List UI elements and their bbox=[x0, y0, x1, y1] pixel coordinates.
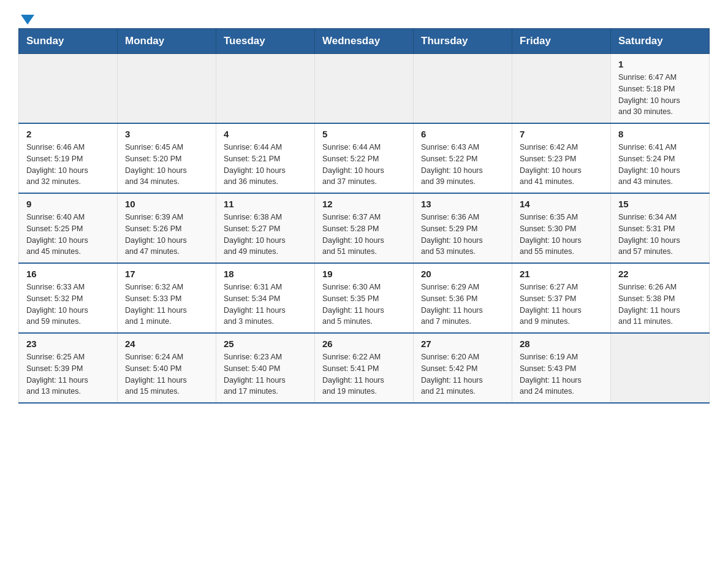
calendar-cell: 2Sunrise: 6:46 AM Sunset: 5:19 PM Daylig… bbox=[19, 123, 118, 193]
day-info: Sunrise: 6:36 AM Sunset: 5:29 PM Dayligh… bbox=[421, 212, 504, 258]
day-number: 22 bbox=[618, 269, 702, 279]
calendar-cell: 4Sunrise: 6:44 AM Sunset: 5:21 PM Daylig… bbox=[216, 123, 315, 193]
calendar-cell: 28Sunrise: 6:19 AM Sunset: 5:43 PM Dayli… bbox=[512, 333, 611, 403]
calendar-cell: 12Sunrise: 6:37 AM Sunset: 5:28 PM Dayli… bbox=[315, 193, 414, 263]
calendar-cell: 18Sunrise: 6:31 AM Sunset: 5:34 PM Dayli… bbox=[216, 263, 315, 333]
day-info: Sunrise: 6:46 AM Sunset: 5:19 PM Dayligh… bbox=[26, 142, 110, 188]
day-info: Sunrise: 6:43 AM Sunset: 5:22 PM Dayligh… bbox=[421, 142, 504, 188]
calendar-cell: 1Sunrise: 6:47 AM Sunset: 5:18 PM Daylig… bbox=[611, 54, 710, 124]
day-number: 27 bbox=[421, 339, 504, 349]
calendar-cell: 17Sunrise: 6:32 AM Sunset: 5:33 PM Dayli… bbox=[118, 263, 216, 333]
day-number: 15 bbox=[618, 199, 702, 209]
day-number: 10 bbox=[125, 199, 208, 209]
day-info: Sunrise: 6:38 AM Sunset: 5:27 PM Dayligh… bbox=[224, 212, 307, 258]
day-number: 18 bbox=[224, 269, 307, 279]
calendar-cell: 14Sunrise: 6:35 AM Sunset: 5:30 PM Dayli… bbox=[512, 193, 611, 263]
day-number: 16 bbox=[26, 269, 110, 279]
weekday-header-monday: Monday bbox=[118, 29, 216, 54]
calendar-cell: 3Sunrise: 6:45 AM Sunset: 5:20 PM Daylig… bbox=[118, 123, 216, 193]
day-number: 17 bbox=[125, 269, 208, 279]
calendar-cell: 25Sunrise: 6:23 AM Sunset: 5:40 PM Dayli… bbox=[216, 333, 315, 403]
calendar-week-row: 9Sunrise: 6:40 AM Sunset: 5:25 PM Daylig… bbox=[19, 193, 710, 263]
day-info: Sunrise: 6:25 AM Sunset: 5:39 PM Dayligh… bbox=[26, 351, 110, 397]
day-info: Sunrise: 6:44 AM Sunset: 5:21 PM Dayligh… bbox=[224, 142, 307, 188]
day-info: Sunrise: 6:33 AM Sunset: 5:32 PM Dayligh… bbox=[26, 282, 110, 327]
calendar-cell: 24Sunrise: 6:24 AM Sunset: 5:40 PM Dayli… bbox=[118, 333, 216, 403]
calendar-cell: 11Sunrise: 6:38 AM Sunset: 5:27 PM Dayli… bbox=[216, 193, 315, 263]
day-number: 12 bbox=[322, 199, 406, 209]
day-number: 5 bbox=[322, 129, 406, 139]
day-info: Sunrise: 6:24 AM Sunset: 5:40 PM Dayligh… bbox=[125, 351, 208, 397]
day-number: 11 bbox=[224, 199, 307, 209]
day-number: 9 bbox=[26, 199, 110, 209]
calendar-cell: 26Sunrise: 6:22 AM Sunset: 5:41 PM Dayli… bbox=[315, 333, 414, 403]
calendar-cell bbox=[414, 54, 512, 124]
day-info: Sunrise: 6:37 AM Sunset: 5:28 PM Dayligh… bbox=[322, 212, 406, 258]
day-info: Sunrise: 6:44 AM Sunset: 5:22 PM Dayligh… bbox=[322, 142, 406, 188]
day-number: 21 bbox=[520, 269, 603, 279]
calendar-table: SundayMondayTuesdayWednesdayThursdayFrid… bbox=[18, 28, 710, 404]
calendar-cell: 23Sunrise: 6:25 AM Sunset: 5:39 PM Dayli… bbox=[19, 333, 118, 403]
day-number: 13 bbox=[421, 199, 504, 209]
day-number: 6 bbox=[421, 129, 504, 139]
day-info: Sunrise: 6:30 AM Sunset: 5:35 PM Dayligh… bbox=[322, 282, 406, 327]
calendar-body: 1Sunrise: 6:47 AM Sunset: 5:18 PM Daylig… bbox=[19, 54, 710, 404]
weekday-header-thursday: Thursday bbox=[414, 29, 512, 54]
day-number: 26 bbox=[322, 339, 406, 349]
day-info: Sunrise: 6:31 AM Sunset: 5:34 PM Dayligh… bbox=[224, 282, 307, 327]
weekday-header-saturday: Saturday bbox=[611, 29, 710, 54]
day-info: Sunrise: 6:29 AM Sunset: 5:36 PM Dayligh… bbox=[421, 282, 504, 327]
calendar-cell: 15Sunrise: 6:34 AM Sunset: 5:31 PM Dayli… bbox=[611, 193, 710, 263]
day-info: Sunrise: 6:19 AM Sunset: 5:43 PM Dayligh… bbox=[520, 351, 603, 397]
day-number: 2 bbox=[26, 129, 110, 139]
day-info: Sunrise: 6:32 AM Sunset: 5:33 PM Dayligh… bbox=[125, 282, 208, 327]
calendar-cell: 9Sunrise: 6:40 AM Sunset: 5:25 PM Daylig… bbox=[19, 193, 118, 263]
calendar-cell: 7Sunrise: 6:42 AM Sunset: 5:23 PM Daylig… bbox=[512, 123, 611, 193]
day-number: 4 bbox=[224, 129, 307, 139]
weekday-header-tuesday: Tuesday bbox=[216, 29, 315, 54]
logo bbox=[18, 12, 34, 22]
weekday-header-wednesday: Wednesday bbox=[315, 29, 414, 54]
day-info: Sunrise: 6:40 AM Sunset: 5:25 PM Dayligh… bbox=[26, 212, 110, 258]
day-number: 3 bbox=[125, 129, 208, 139]
day-info: Sunrise: 6:45 AM Sunset: 5:20 PM Dayligh… bbox=[125, 142, 208, 188]
calendar-cell: 6Sunrise: 6:43 AM Sunset: 5:22 PM Daylig… bbox=[414, 123, 512, 193]
day-info: Sunrise: 6:47 AM Sunset: 5:18 PM Dayligh… bbox=[618, 72, 702, 118]
logo-triangle-icon bbox=[21, 15, 34, 25]
day-number: 23 bbox=[26, 339, 110, 349]
day-number: 20 bbox=[421, 269, 504, 279]
calendar-cell bbox=[512, 54, 611, 124]
calendar-cell: 22Sunrise: 6:26 AM Sunset: 5:38 PM Dayli… bbox=[611, 263, 710, 333]
calendar-cell: 19Sunrise: 6:30 AM Sunset: 5:35 PM Dayli… bbox=[315, 263, 414, 333]
calendar-cell bbox=[118, 54, 216, 124]
calendar-cell bbox=[216, 54, 315, 124]
weekday-header-sunday: Sunday bbox=[19, 29, 118, 54]
day-info: Sunrise: 6:42 AM Sunset: 5:23 PM Dayligh… bbox=[520, 142, 603, 188]
day-number: 7 bbox=[520, 129, 603, 139]
day-info: Sunrise: 6:26 AM Sunset: 5:38 PM Dayligh… bbox=[618, 282, 702, 327]
calendar-week-row: 2Sunrise: 6:46 AM Sunset: 5:19 PM Daylig… bbox=[19, 123, 710, 193]
calendar-cell bbox=[315, 54, 414, 124]
calendar-cell: 13Sunrise: 6:36 AM Sunset: 5:29 PM Dayli… bbox=[414, 193, 512, 263]
calendar-week-row: 16Sunrise: 6:33 AM Sunset: 5:32 PM Dayli… bbox=[19, 263, 710, 333]
day-number: 24 bbox=[125, 339, 208, 349]
calendar-cell bbox=[611, 333, 710, 403]
calendar-cell bbox=[19, 54, 118, 124]
calendar-cell: 8Sunrise: 6:41 AM Sunset: 5:24 PM Daylig… bbox=[611, 123, 710, 193]
weekday-header-friday: Friday bbox=[512, 29, 611, 54]
day-number: 14 bbox=[520, 199, 603, 209]
calendar-week-row: 23Sunrise: 6:25 AM Sunset: 5:39 PM Dayli… bbox=[19, 333, 710, 403]
calendar-cell: 16Sunrise: 6:33 AM Sunset: 5:32 PM Dayli… bbox=[19, 263, 118, 333]
calendar-cell: 20Sunrise: 6:29 AM Sunset: 5:36 PM Dayli… bbox=[414, 263, 512, 333]
weekday-row: SundayMondayTuesdayWednesdayThursdayFrid… bbox=[19, 29, 710, 54]
day-info: Sunrise: 6:39 AM Sunset: 5:26 PM Dayligh… bbox=[125, 212, 208, 258]
calendar-week-row: 1Sunrise: 6:47 AM Sunset: 5:18 PM Daylig… bbox=[19, 54, 710, 124]
day-info: Sunrise: 6:23 AM Sunset: 5:40 PM Dayligh… bbox=[224, 351, 307, 397]
calendar-cell: 10Sunrise: 6:39 AM Sunset: 5:26 PM Dayli… bbox=[118, 193, 216, 263]
day-info: Sunrise: 6:22 AM Sunset: 5:41 PM Dayligh… bbox=[322, 351, 406, 397]
day-info: Sunrise: 6:35 AM Sunset: 5:30 PM Dayligh… bbox=[520, 212, 603, 258]
day-number: 25 bbox=[224, 339, 307, 349]
calendar-cell: 5Sunrise: 6:44 AM Sunset: 5:22 PM Daylig… bbox=[315, 123, 414, 193]
calendar-cell: 21Sunrise: 6:27 AM Sunset: 5:37 PM Dayli… bbox=[512, 263, 611, 333]
day-number: 19 bbox=[322, 269, 406, 279]
